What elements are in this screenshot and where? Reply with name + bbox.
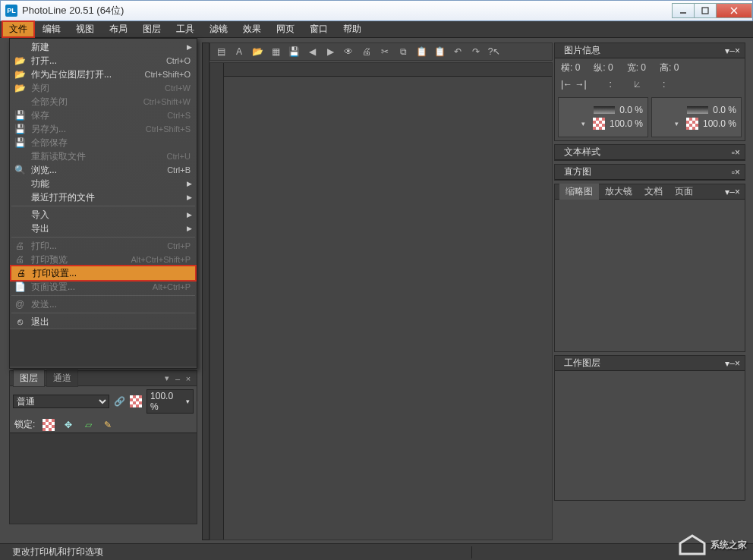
histogram-title[interactable]: 直方图 [559, 164, 596, 180]
play-button[interactable]: ▶ [323, 44, 338, 59]
image-info-panel: 图片信息 ▾ – × 横: 0 纵: 0 宽: 0 高: 0 |← →|: ⟀:… [554, 42, 745, 141]
submenu-arrow-icon: ▶ [187, 211, 192, 219]
menu-item-shortcut: Ctrl+Shift+O [144, 70, 191, 79]
panel-close-icon[interactable]: × [735, 46, 740, 56]
browse-icon: 🔍 [13, 164, 27, 176]
tab-page[interactable]: 页面 [669, 184, 699, 200]
panel-minimize-icon[interactable]: – [729, 187, 735, 197]
menu-item-label: 打印设置... [33, 267, 189, 280]
blend-mode-select[interactable]: 普通 [13, 395, 109, 408]
copy-button[interactable]: ⧉ [395, 44, 411, 59]
menu-item-label: 浏览... [31, 164, 167, 177]
lock-crop-icon[interactable]: ▱ [82, 419, 94, 431]
paste2-button[interactable]: 📋 [432, 44, 447, 59]
lock-paint-icon[interactable]: ✎ [102, 419, 114, 431]
app-icon: PL [5, 5, 17, 17]
link-icon[interactable]: 🔗 [114, 396, 125, 407]
panel-close-icon[interactable]: × [735, 358, 740, 369]
lock-transparency-icon[interactable] [43, 419, 55, 431]
window-minimize-button[interactable] [672, 3, 695, 18]
menu-window[interactable]: 窗口 [302, 20, 336, 38]
save-button[interactable]: 💾 [286, 44, 301, 59]
tab-layers[interactable]: 图层 [13, 370, 45, 387]
canvas-area[interactable] [210, 62, 553, 540]
panel-minimize-icon[interactable]: – [729, 358, 735, 369]
menu-item-导入[interactable]: 导入▶ [10, 208, 197, 222]
panel-minimize-icon[interactable]: – [729, 46, 735, 56]
menu-layout[interactable]: 布局 [102, 20, 135, 38]
color-info-box-1: 0.0 % ▾100.0 % [558, 97, 648, 137]
menu-item-保存: 💾保存Ctrl+S [10, 109, 197, 122]
text-style-title[interactable]: 文本样式 [559, 144, 605, 160]
menu-item-label: 新建 [31, 41, 191, 54]
tab-document[interactable]: 文档 [638, 184, 669, 200]
menu-item-打印...: 🖨打印...Ctrl+P [10, 239, 197, 253]
lock-move-icon[interactable]: ✥ [62, 419, 74, 431]
work-layer-body[interactable] [555, 371, 745, 500]
panel-close-icon[interactable]: × [735, 147, 740, 158]
menu-item-最近打开的文件[interactable]: 最近打开的文件▶ [10, 190, 197, 204]
menu-tools[interactable]: 工具 [169, 20, 202, 38]
dropdown-triangle-icon[interactable]: ▾ [675, 120, 679, 127]
tab-channels[interactable]: 通道 [46, 370, 78, 387]
menu-item-label: 退出 [31, 316, 191, 329]
menu-item-导出[interactable]: 导出▶ [10, 222, 197, 235]
window-close-button[interactable] [716, 3, 752, 18]
menu-item-shortcut: Alt+Ctrl+P [153, 282, 191, 291]
panel-close-icon[interactable]: × [735, 167, 740, 178]
mail-icon: @ [13, 298, 27, 310]
menu-file[interactable]: 文件 [2, 20, 35, 38]
info-x: 横: 0 [561, 61, 580, 74]
menu-item-退出[interactable]: ⎋退出 [10, 315, 197, 329]
menu-item-作为占位图层打开...[interactable]: 📂作为占位图层打开...Ctrl+Shift+O [10, 68, 197, 81]
menu-view[interactable]: 视图 [68, 20, 102, 38]
save-icon: 💾 [13, 123, 27, 135]
menu-item-label: 导入 [31, 209, 191, 222]
layer-list[interactable] [10, 433, 197, 524]
menu-filter[interactable]: 滤镜 [202, 20, 235, 38]
menu-web[interactable]: 网页 [269, 20, 302, 38]
menu-item-打开...[interactable]: 📂打开...Ctrl+O [10, 54, 197, 68]
dropdown-triangle-icon[interactable]: ▾ [581, 120, 585, 127]
open-button[interactable]: 📂 [250, 44, 265, 59]
window-title: PhotoLine 20.51 (64位) [22, 4, 673, 17]
help-cursor-button[interactable]: ?↖ [487, 44, 502, 59]
text-doc-button[interactable]: A [232, 44, 247, 59]
undo-button[interactable]: ↶ [450, 44, 465, 59]
menu-help[interactable]: 帮助 [336, 20, 369, 38]
thumbnail-body[interactable] [555, 200, 745, 351]
tab-thumbnail[interactable]: 缩略图 [559, 184, 599, 200]
redo-button[interactable]: ↷ [468, 44, 484, 59]
menu-item-label: 导出 [31, 222, 191, 235]
text-style-panel: 文本样式 ▫ × [554, 144, 745, 161]
menu-item-打印设置...[interactable]: 🖨打印设置... [10, 265, 197, 282]
menu-item-浏览...[interactable]: 🔍浏览...Ctrl+B [10, 163, 197, 177]
paste-button[interactable]: 📋 [414, 44, 429, 59]
panel-minimize-icon[interactable]: – [172, 374, 183, 383]
menu-edit[interactable]: 编辑 [35, 20, 68, 38]
menu-layer[interactable]: 图层 [135, 20, 169, 38]
vertical-toolstrip[interactable] [202, 42, 210, 540]
eye-button[interactable]: 👁 [341, 44, 356, 59]
new-doc-button[interactable]: ▤ [213, 44, 228, 59]
menu-item-新建[interactable]: 新建▶ [10, 40, 197, 54]
image-info-title: 图片信息 [559, 42, 605, 58]
window-maximize-button[interactable] [694, 3, 717, 18]
menu-effects[interactable]: 效果 [235, 20, 269, 38]
tab-magnifier[interactable]: 放大镜 [599, 184, 638, 200]
menu-item-功能[interactable]: 功能▶ [10, 177, 197, 190]
opacity-input[interactable]: 100.0 %▾ [147, 389, 194, 414]
cut-button[interactable]: ✂ [377, 44, 392, 59]
panel-close-icon[interactable]: × [735, 187, 740, 197]
print-icon: 🖨 [13, 240, 27, 252]
print-button[interactable]: 🖨 [359, 44, 374, 59]
svg-marker-4 [680, 536, 704, 554]
grid-button[interactable]: ▦ [268, 44, 283, 59]
prev-button[interactable]: ◀ [304, 44, 320, 59]
panel-close-icon[interactable]: × [183, 374, 194, 383]
panel-menu-icon[interactable]: ▾ [162, 373, 172, 383]
menu-item-shortcut: Ctrl+W [165, 83, 191, 93]
save-icon: 💾 [13, 137, 27, 149]
watermark: 系统之家 [679, 534, 747, 555]
menu-item-label: 作为占位图层打开... [31, 68, 144, 81]
